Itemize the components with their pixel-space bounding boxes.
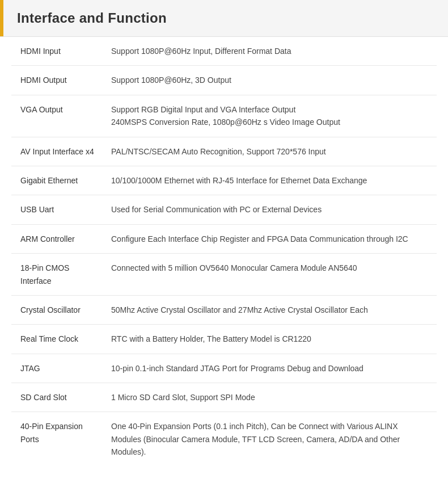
table-row: HDMI InputSupport 1080P@60Hz Input, Diff…	[11, 37, 437, 66]
spec-label: ARM Controller	[11, 224, 102, 253]
spec-label: JTAG	[11, 354, 102, 383]
page-title: Interface and Function	[3, 0, 180, 36]
table-row: Gigabit Ethernet10/100/1000M Ethernet wi…	[11, 166, 437, 195]
content-area: HDMI InputSupport 1080P@60Hz Input, Diff…	[0, 37, 448, 467]
spec-value: One 40-Pin Expansion Ports (0.1 inch Pit…	[102, 412, 437, 467]
table-row: VGA OutputSupport RGB Digital Input and …	[11, 95, 437, 137]
spec-value: RTC with a Battery Holder, The Battery M…	[102, 325, 437, 354]
spec-label: HDMI Input	[11, 37, 102, 66]
table-row: 18-Pin CMOS InterfaceConnected with 5 mi…	[11, 254, 437, 296]
spec-label: Crystal Oscillator	[11, 295, 102, 324]
spec-value: 10-pin 0.1-inch Standard JTAG Port for P…	[102, 354, 437, 383]
spec-label: USB Uart	[11, 195, 102, 224]
table-row: AV Input Interface x4PAL/NTSC/SECAM Auto…	[11, 137, 437, 166]
table-row: Crystal Oscillator50Mhz Active Crystal O…	[11, 295, 437, 324]
table-row: SD Card Slot1 Micro SD Card Slot, Suppor…	[11, 383, 437, 412]
spec-value: Support RGB Digital Input and VGA Interf…	[102, 95, 437, 137]
header-section: Interface and Function	[0, 0, 448, 37]
spec-value: Connected with 5 million OV5640 Monocula…	[102, 254, 437, 296]
spec-label: Gigabit Ethernet	[11, 166, 102, 195]
spec-label: 40-Pin Expansion Ports	[11, 412, 102, 467]
spec-value: Used for Serial Communication with PC or…	[102, 195, 437, 224]
table-row: USB UartUsed for Serial Communication wi…	[11, 195, 437, 224]
spec-value: 1 Micro SD Card Slot, Support SPI Mode	[102, 383, 437, 412]
spec-label: 18-Pin CMOS Interface	[11, 254, 102, 296]
spec-value: 10/100/1000M Ethernet with RJ-45 Interfa…	[102, 166, 437, 195]
spec-value: Configure Each Interface Chip Register a…	[102, 224, 437, 253]
table-row: Real Time ClockRTC with a Battery Holder…	[11, 325, 437, 354]
table-row: HDMI OutputSupport 1080P@60Hz, 3D Output	[11, 66, 437, 95]
spec-label: Real Time Clock	[11, 325, 102, 354]
spec-value: 50Mhz Active Crystal Oscillator and 27Mh…	[102, 295, 437, 324]
spec-value: Support 1080P@60Hz, 3D Output	[102, 66, 437, 95]
spec-label: HDMI Output	[11, 66, 102, 95]
spec-label: SD Card Slot	[11, 383, 102, 412]
spec-label: VGA Output	[11, 95, 102, 137]
table-row: 40-Pin Expansion PortsOne 40-Pin Expansi…	[11, 412, 437, 467]
spec-table: HDMI InputSupport 1080P@60Hz Input, Diff…	[11, 37, 437, 467]
table-row: JTAG10-pin 0.1-inch Standard JTAG Port f…	[11, 354, 437, 383]
spec-label: AV Input Interface x4	[11, 137, 102, 166]
spec-value: PAL/NTSC/SECAM Auto Recognition, Support…	[102, 137, 437, 166]
table-row: ARM ControllerConfigure Each Interface C…	[11, 224, 437, 253]
spec-value: Support 1080P@60Hz Input, Different Form…	[102, 37, 437, 66]
